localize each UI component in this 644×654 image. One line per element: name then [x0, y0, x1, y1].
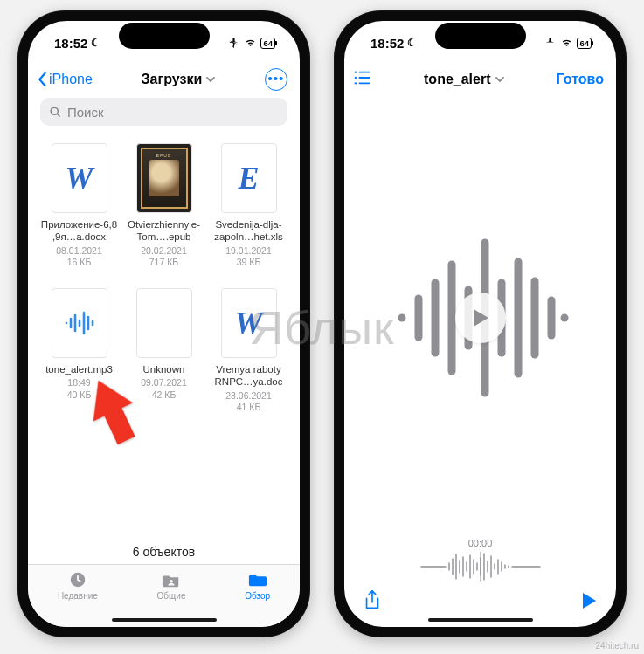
- file-meta: 19.01.202139 КБ: [225, 245, 272, 269]
- share-button[interactable]: [364, 590, 381, 615]
- wifi-icon: [560, 36, 573, 51]
- svg-point-3: [355, 72, 357, 73]
- file-thumb: W: [52, 143, 107, 213]
- play-icon: [581, 592, 597, 609]
- search-input[interactable]: Поиск: [40, 98, 287, 126]
- play-button-toolbar[interactable]: [581, 592, 597, 613]
- file-thumb: E: [221, 143, 277, 213]
- back-label: iPhone: [49, 72, 93, 87]
- tab-recent[interactable]: Недавние: [58, 570, 98, 601]
- done-button[interactable]: Готово: [557, 72, 604, 87]
- home-indicator: [428, 618, 533, 622]
- file-meta: 20.02.2021717 КБ: [141, 245, 187, 269]
- file-meta: 08.01.202116 КБ: [56, 245, 102, 269]
- chevron-down-icon: [205, 72, 216, 87]
- phone-right: 18:52 ☾ 64 tone_aler: [334, 10, 627, 637]
- file-name: Otvierzhiennyie-Tom….epub: [125, 218, 203, 244]
- more-button[interactable]: •••: [265, 68, 287, 91]
- file-meta: 18:4940 КБ: [67, 377, 92, 401]
- tab-shared[interactable]: Общие: [157, 570, 186, 601]
- nav-bar: tone_alert Готово: [344, 65, 616, 98]
- file-item[interactable]: WПриложение-6,8,9я…a.docx08.01.202116 КБ: [40, 143, 118, 269]
- file-name: tone_alert.mp3: [45, 363, 113, 375]
- file-item[interactable]: EPUBOtvierzhiennyie-Tom….epub20.02.20217…: [125, 143, 203, 269]
- file-thumb: [136, 288, 192, 358]
- battery-icon: 64: [577, 38, 592, 49]
- dnd-icon: ☾: [91, 37, 100, 49]
- home-indicator: [112, 618, 217, 622]
- timeline[interactable]: 00:00: [344, 538, 616, 587]
- page-title: tone_alert: [424, 72, 490, 87]
- folder-title-button[interactable]: Загрузки: [142, 72, 217, 87]
- file-name: Svedenija-dlja-zapoln…het.xls: [210, 218, 287, 244]
- playhead-time: 00:00: [468, 538, 493, 548]
- dynamic-island: [435, 23, 526, 49]
- wifi-icon: [244, 36, 257, 51]
- dnd-icon: ☾: [407, 37, 417, 49]
- status-time: 18:52: [370, 36, 404, 51]
- file-name: Приложение-6,8,9я…a.docx: [40, 218, 118, 244]
- page-title: Загрузки: [142, 72, 203, 87]
- tab-label: Обзор: [245, 591, 270, 601]
- search-icon: [49, 106, 62, 119]
- back-button[interactable]: iPhone: [37, 72, 93, 87]
- item-count: 6 объектов: [28, 538, 300, 564]
- file-item[interactable]: tone_alert.mp318:4940 КБ: [40, 288, 118, 414]
- file-name: Unknown: [143, 363, 185, 375]
- svg-point-4: [355, 77, 357, 79]
- tab-label: Недавние: [58, 591, 98, 601]
- svg-point-5: [355, 82, 357, 84]
- folder-icon: [247, 570, 268, 589]
- play-icon: [471, 307, 490, 328]
- tab-label: Общие: [157, 591, 186, 601]
- file-item[interactable]: Unknown09.07.202142 КБ: [125, 288, 203, 414]
- list-button[interactable]: [353, 70, 372, 89]
- file-title-button[interactable]: tone_alert: [424, 72, 504, 87]
- svg-point-2: [170, 580, 173, 583]
- ellipsis-icon: •••: [268, 72, 285, 85]
- tab-browse[interactable]: Обзор: [245, 570, 270, 601]
- airplane-icon: [227, 36, 240, 51]
- file-grid: WПриложение-6,8,9я…a.docx08.01.202116 КБ…: [28, 134, 300, 538]
- battery-icon: 64: [260, 38, 275, 49]
- search-placeholder: Поиск: [67, 105, 104, 120]
- file-item[interactable]: ESvedenija-dlja-zapoln…het.xls19.01.2021…: [210, 143, 287, 269]
- phone-left: 18:52 ☾ 64 iPhone: [17, 10, 310, 637]
- audio-preview: [344, 98, 616, 538]
- dynamic-island: [119, 23, 210, 49]
- svg-point-0: [51, 107, 58, 114]
- clock-icon: [67, 570, 88, 589]
- airplane-icon: [544, 36, 557, 51]
- status-time: 18:52: [54, 36, 87, 51]
- mini-waveform-icon: [419, 552, 542, 582]
- file-meta: 09.07.202142 КБ: [141, 377, 187, 401]
- play-button[interactable]: [455, 293, 506, 343]
- file-thumb: [52, 288, 107, 358]
- file-meta: 23.06.202141 КБ: [225, 390, 272, 414]
- share-icon: [364, 590, 381, 611]
- site-credit: 24hitech.ru: [596, 641, 639, 651]
- file-thumb: EPUB: [136, 143, 192, 213]
- file-thumb: W: [221, 288, 277, 358]
- file-item[interactable]: WVremya raboty RNPC…ya.doc23.06.202141 К…: [210, 288, 287, 414]
- folder-people-icon: [161, 570, 182, 589]
- nav-bar: iPhone Загрузки •••: [28, 65, 300, 98]
- file-name: Vremya raboty RNPC…ya.doc: [210, 363, 287, 389]
- chevron-down-icon: [495, 72, 505, 87]
